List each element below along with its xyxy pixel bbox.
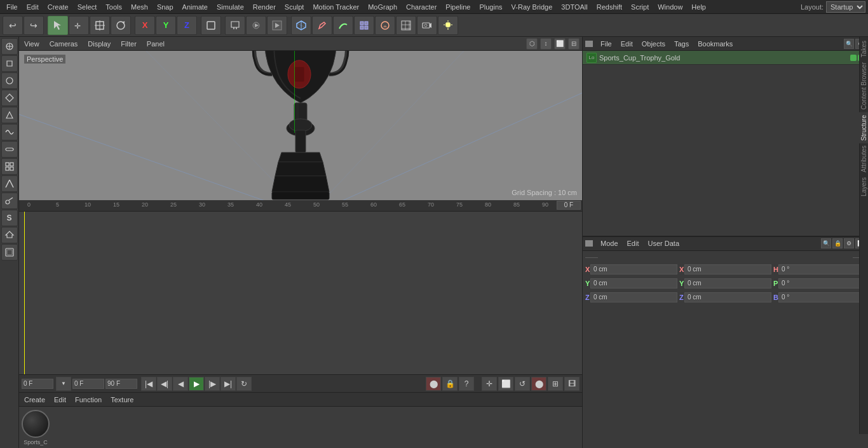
left-tool-8[interactable] bbox=[1, 158, 18, 175]
btn-grid-key[interactable]: ⊞ bbox=[548, 377, 563, 391]
vp-ctrl-1[interactable]: ⬡ bbox=[526, 38, 538, 50]
vp-menu-cameras[interactable]: Cameras bbox=[47, 39, 81, 49]
btn-step-back[interactable]: ◀| bbox=[157, 377, 172, 391]
btn-rotate-key[interactable]: ↺ bbox=[515, 377, 530, 391]
left-tool-10[interactable] bbox=[1, 193, 18, 209]
menu-simulate[interactable]: Simulate bbox=[213, 2, 248, 12]
attr-search-btn[interactable]: 🔍 bbox=[821, 238, 831, 248]
attr-y-size-input[interactable] bbox=[684, 278, 771, 288]
btn-scale-key[interactable]: ⬜ bbox=[498, 377, 513, 391]
obj-menu-bookmarks[interactable]: Bookmarks bbox=[695, 39, 735, 48]
menu-script[interactable]: Script bbox=[627, 2, 653, 12]
timeline-playhead[interactable] bbox=[24, 212, 25, 375]
y-axis-button[interactable]: Y bbox=[156, 16, 176, 35]
grid-button[interactable] bbox=[396, 16, 416, 35]
obj-menu-edit[interactable]: Edit bbox=[618, 39, 635, 48]
scale-tool-button[interactable] bbox=[90, 16, 110, 35]
vp-ctrl-3[interactable]: ⬜ bbox=[554, 38, 566, 50]
attr-p-input[interactable] bbox=[778, 278, 865, 288]
light-button[interactable] bbox=[438, 16, 458, 35]
btn-play-back[interactable]: ◀ bbox=[173, 377, 188, 391]
vp-menu-filter[interactable]: Filter bbox=[118, 39, 139, 49]
cube-button[interactable] bbox=[291, 16, 311, 35]
menu-create[interactable]: Create bbox=[44, 2, 72, 12]
viewport-canvas[interactable]: X Y Z bbox=[19, 51, 582, 200]
menu-window[interactable]: Window bbox=[654, 2, 686, 12]
redo-button[interactable]: ↪ bbox=[24, 16, 44, 35]
menu-file[interactable]: File bbox=[3, 2, 22, 12]
btn-arrow-down[interactable]: ▼ bbox=[56, 377, 71, 391]
btn-lock[interactable]: 🔒 bbox=[442, 377, 458, 391]
btn-help[interactable]: ? bbox=[459, 377, 474, 391]
object-row-trophy[interactable]: Lo Sports_Cup_Trophy_Gold bbox=[583, 51, 868, 65]
subdivide-button[interactable] bbox=[354, 16, 374, 35]
vp-menu-display[interactable]: Display bbox=[85, 39, 113, 49]
mat-menu-edit[interactable]: Edit bbox=[51, 395, 69, 404]
obj-menu-file[interactable]: File bbox=[598, 39, 614, 48]
render-view-button[interactable] bbox=[246, 16, 266, 35]
vert-tab-attributes[interactable]: Attributes bbox=[859, 143, 868, 175]
timeline-track[interactable] bbox=[19, 212, 582, 375]
menu-mesh[interactable]: Mesh bbox=[127, 2, 152, 12]
obj-menu-objects[interactable]: Objects bbox=[639, 39, 668, 48]
attr-menu-userdata[interactable]: User Data bbox=[646, 239, 682, 248]
menu-plugins[interactable]: Plugins bbox=[475, 2, 506, 12]
z-axis-button[interactable]: Z bbox=[177, 16, 197, 35]
attr-z-pos-input[interactable] bbox=[590, 292, 677, 302]
attr-lock-btn[interactable]: 🔒 bbox=[832, 238, 843, 248]
menu-redshift[interactable]: Redshift bbox=[593, 2, 626, 12]
menu-mograph[interactable]: MoGraph bbox=[364, 2, 401, 12]
x-axis-button[interactable]: X bbox=[135, 16, 155, 35]
obj-dot-editor[interactable] bbox=[850, 55, 857, 61]
camera-button[interactable] bbox=[417, 16, 437, 35]
attr-h-input[interactable] bbox=[778, 264, 865, 275]
btn-play[interactable]: ▶ bbox=[189, 377, 204, 391]
attr-x-pos-input[interactable] bbox=[590, 264, 677, 275]
timeline-current-input[interactable] bbox=[72, 379, 104, 389]
btn-jump-start[interactable]: |◀ bbox=[141, 377, 156, 391]
btn-loop[interactable]: ↻ bbox=[236, 377, 252, 391]
mat-menu-create[interactable]: Create bbox=[22, 395, 48, 404]
attr-x-size-input[interactable] bbox=[684, 264, 771, 275]
attr-settings-btn[interactable]: ⚙ bbox=[844, 238, 854, 248]
left-tool-2[interactable] bbox=[1, 55, 18, 72]
left-tool-3[interactable] bbox=[1, 72, 18, 89]
paint-button[interactable] bbox=[375, 16, 395, 35]
current-frame-input[interactable] bbox=[557, 201, 581, 210]
attr-menu-mode[interactable]: Mode bbox=[598, 239, 621, 248]
menu-tools[interactable]: Tools bbox=[102, 2, 126, 12]
pen-button[interactable] bbox=[312, 16, 332, 35]
vp-ctrl-2[interactable]: ↕ bbox=[540, 38, 552, 50]
spline-button[interactable] bbox=[333, 16, 353, 35]
undo-button[interactable]: ↩ bbox=[3, 16, 23, 35]
render-settings-button[interactable] bbox=[225, 16, 245, 35]
left-tool-7[interactable] bbox=[1, 141, 18, 158]
menu-character[interactable]: Character bbox=[402, 2, 440, 12]
left-tool-9[interactable] bbox=[1, 175, 18, 192]
left-tool-5[interactable] bbox=[1, 107, 18, 123]
vert-tab-structure[interactable]: Structure bbox=[859, 112, 868, 144]
btn-step-fwd[interactable]: |▶ bbox=[205, 377, 220, 391]
menu-select[interactable]: Select bbox=[74, 2, 101, 12]
obj-menu-tags[interactable]: Tags bbox=[672, 39, 691, 48]
move-tool-button[interactable]: ✛ bbox=[69, 16, 89, 35]
vp-menu-panel[interactable]: Panel bbox=[144, 39, 167, 49]
left-tool-12[interactable] bbox=[1, 227, 18, 243]
btn-film-key[interactable]: 🎞 bbox=[564, 377, 580, 391]
left-tool-4[interactable] bbox=[1, 90, 18, 106]
menu-3dtoall[interactable]: 3DTOAll bbox=[557, 2, 591, 12]
menu-pipeline[interactable]: Pipeline bbox=[442, 2, 474, 12]
vert-tab-layers[interactable]: Layers bbox=[859, 175, 868, 199]
vert-tab-content[interactable]: Content Browser bbox=[859, 60, 868, 112]
vp-menu-view[interactable]: View bbox=[22, 39, 42, 49]
material-item[interactable]: Sports_C bbox=[22, 410, 50, 445]
attr-z-size-input[interactable] bbox=[684, 292, 771, 302]
mat-menu-texture[interactable]: Texture bbox=[108, 395, 136, 404]
left-tool-1[interactable] bbox=[1, 38, 18, 55]
rotate-tool-button[interactable] bbox=[111, 16, 131, 35]
menu-help[interactable]: Help bbox=[688, 2, 710, 12]
menu-motion-tracker[interactable]: Motion Tracker bbox=[309, 2, 363, 12]
attr-b-input[interactable] bbox=[778, 292, 865, 302]
left-tool-11[interactable]: S bbox=[1, 210, 18, 226]
btn-keyframe-auto[interactable]: ⬤ bbox=[426, 377, 441, 391]
